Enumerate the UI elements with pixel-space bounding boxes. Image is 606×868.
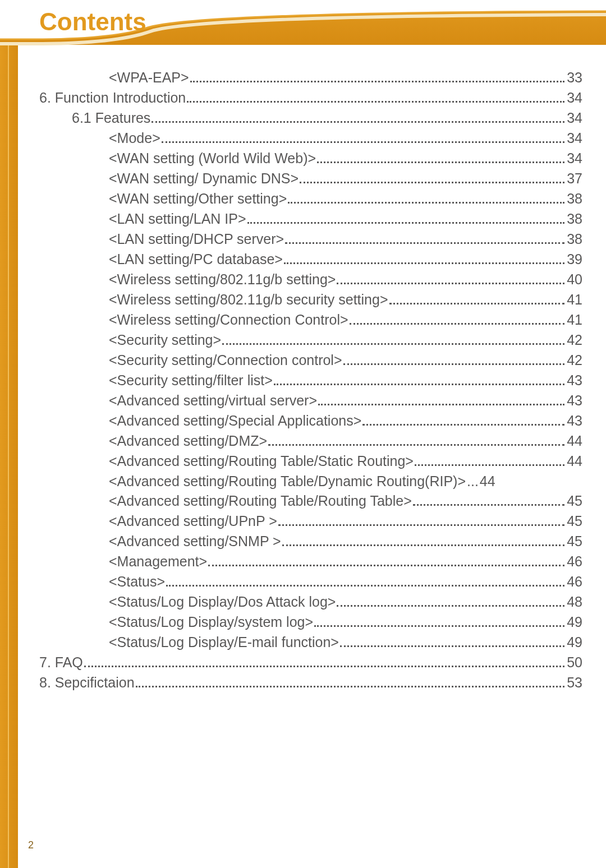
page-number: 2 <box>28 839 34 851</box>
toc-row: <Wireless setting/802.11g/b security set… <box>39 293 582 307</box>
toc-row: <Management>46 <box>39 555 582 569</box>
toc-leader-dots <box>247 222 565 224</box>
toc-leader-dots <box>136 686 565 687</box>
toc-leader-dots <box>187 101 564 103</box>
toc-row: <Advanced setting/Routing Table/Static R… <box>39 454 582 469</box>
toc-label: <Advanced setting/SNMP > <box>109 534 281 548</box>
toc-label: <Advanced setting/Routing Table/Dynamic … <box>109 474 466 488</box>
toc-label: <LAN setting/DHCP server> <box>109 232 284 246</box>
toc-label: <WPA-EAP> <box>109 71 189 85</box>
toc-page: 44 <box>567 434 582 448</box>
toc-leader-dots <box>152 121 564 123</box>
toc-label: <WAN setting/ Dynamic DNS> <box>109 172 299 186</box>
toc-page: 45 <box>567 534 582 548</box>
toc-leader-dots <box>288 202 564 204</box>
toc-page: 34 <box>567 151 582 165</box>
toc-leader-dots <box>337 283 564 284</box>
toc-label: <Management> <box>109 555 207 569</box>
toc-row: <Advanced setting/SNMP >45 <box>39 534 582 549</box>
toc-leader-dots <box>162 141 564 143</box>
toc-row: <WPA-EAP>33 <box>39 71 582 85</box>
toc-label: <Status> <box>109 575 165 589</box>
toc-row: 8. Sepcifictaion 53 <box>39 676 582 690</box>
toc-label: <Status/Log Display/system log> <box>109 615 313 629</box>
toc-leader-dots <box>300 182 564 183</box>
toc-leader-dots <box>362 424 564 426</box>
toc-leader-dots <box>274 384 564 385</box>
toc-label: <Advanced setting/UPnP > <box>109 514 277 528</box>
toc-row: <Status/Log Display/system log>49 <box>39 615 582 630</box>
toc-label: <Advanced setting/Routing Table/Routing … <box>109 494 412 508</box>
left-decor-strip-inner <box>8 0 9 868</box>
toc-page: 49 <box>567 635 582 649</box>
toc-leader-dots <box>389 303 565 304</box>
toc-leader-dots <box>282 544 565 546</box>
toc-leader-dots <box>337 605 564 607</box>
toc-label: 7. FAQ <box>39 655 83 670</box>
toc-leader-dots <box>340 645 564 647</box>
toc-label: <Security setting> <box>109 333 221 347</box>
toc-label: <Wireless setting/Connection Control> <box>109 313 348 327</box>
toc-page: 41 <box>567 293 582 307</box>
toc-label: 6.1 Features <box>72 111 150 125</box>
toc-row: <LAN setting/DHCP server>38 <box>39 232 582 247</box>
toc-row: <Advanced setting/Routing Table/Routing … <box>39 494 582 509</box>
toc-row: <WAN setting/Other setting>38 <box>39 192 582 206</box>
toc-leader-dots <box>285 242 564 244</box>
toc-label: 6. Function Introduction <box>39 91 186 105</box>
toc-page: 46 <box>567 555 582 569</box>
toc-row: <Mode>34 <box>39 131 582 146</box>
toc-leader-dots <box>415 464 564 466</box>
toc-page: 42 <box>567 333 582 347</box>
toc-leader-dots <box>278 524 564 526</box>
toc-row: <Status/Log Display/Dos Attack log>48 <box>39 595 582 610</box>
toc-label: <Advanced setting/DMZ> <box>109 434 267 448</box>
toc-page: 43 <box>567 373 582 387</box>
toc-page: 44 <box>567 454 582 468</box>
toc-page: 34 <box>567 91 582 105</box>
toc-leader-dots <box>314 625 564 627</box>
toc-label: <WAN setting (World Wild Web)> <box>109 151 316 165</box>
toc-ellipsis: ... <box>467 474 479 488</box>
toc-leader-dots <box>166 585 564 587</box>
toc-row: <Wireless setting/Connection Control>41 <box>39 313 582 327</box>
toc-page: 53 <box>567 676 582 690</box>
toc-page: 44 <box>480 474 495 488</box>
toc-row: <Status/Log Display/E-mail function>49 <box>39 635 582 650</box>
toc-page: 42 <box>567 353 582 367</box>
toc-page: 50 <box>567 655 582 670</box>
left-decor-strip <box>0 0 18 868</box>
toc-label: <WAN setting/Other setting> <box>109 192 287 206</box>
toc-page: 45 <box>567 514 582 528</box>
toc-leader-dots <box>268 444 564 446</box>
toc-page: 34 <box>567 131 582 145</box>
toc-row: <Security setting/filter list>43 <box>39 373 582 388</box>
toc-page: 38 <box>567 232 582 246</box>
toc-leader-dots <box>284 262 564 264</box>
toc-page: 43 <box>567 394 582 408</box>
table-of-contents: <WPA-EAP>336. Function Introduction346.1… <box>39 71 582 696</box>
toc-page: 49 <box>567 615 582 629</box>
toc-leader-dots <box>222 343 564 345</box>
toc-row: 6.1 Features34 <box>39 111 582 126</box>
toc-page: 40 <box>567 273 582 287</box>
toc-page: 45 <box>567 494 582 508</box>
toc-label: 8. Sepcifictaion <box>39 676 135 690</box>
toc-row: <LAN setting/PC database>39 <box>39 252 582 267</box>
toc-page: 37 <box>567 172 582 186</box>
toc-row: <WAN setting/ Dynamic DNS>37 <box>39 172 582 186</box>
toc-label: <Security setting/Connection control> <box>109 353 342 367</box>
page-title: Contents <box>39 8 146 36</box>
toc-page: 48 <box>567 595 582 609</box>
toc-row: 7. FAQ50 <box>39 655 582 670</box>
toc-label: <Advanced setting/virtual server> <box>109 394 317 408</box>
toc-leader-dots <box>413 504 564 506</box>
toc-leader-dots <box>343 363 565 365</box>
toc-label: <LAN setting/PC database> <box>109 252 283 266</box>
toc-row: <WAN setting (World Wild Web)>34 <box>39 151 582 166</box>
page: Contents <WPA-EAP>336. Function Introduc… <box>0 0 606 868</box>
toc-page: 41 <box>567 313 582 327</box>
toc-leader-dots <box>208 565 564 566</box>
toc-label: <Wireless setting/802.11g/b security set… <box>109 293 388 307</box>
toc-label: <LAN setting/LAN IP> <box>109 212 246 226</box>
